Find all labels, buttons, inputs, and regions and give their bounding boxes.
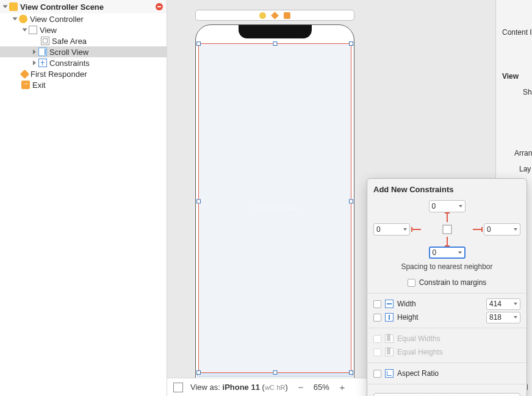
vc-label: View Controller xyxy=(30,15,84,24)
zoom-out-button[interactable]: − xyxy=(295,382,306,393)
zoom-in-button[interactable]: + xyxy=(337,382,348,393)
viewas-label[interactable]: View as: iPhone 11 (wC hR) xyxy=(190,383,288,392)
outline-scene[interactable]: View Controller Scene xyxy=(0,0,167,13)
top-strut[interactable] xyxy=(447,214,448,222)
width-label: Width xyxy=(397,300,416,308)
safearea-icon xyxy=(41,37,49,45)
outline-firstresponder[interactable]: First Responder xyxy=(0,68,167,79)
scene-dock[interactable] xyxy=(195,10,354,21)
height-icon xyxy=(385,313,394,322)
leading-strut[interactable] xyxy=(412,229,421,230)
pin-diagram: 0 0 0 0 xyxy=(373,200,520,259)
equal-heights-label: Equal Heights xyxy=(397,348,443,356)
inspector-show-label: Sh xyxy=(523,88,532,96)
equal-widths-label: Equal Widths xyxy=(397,334,440,343)
chevron-down-icon[interactable] xyxy=(459,205,462,207)
disclosure-icon[interactable] xyxy=(3,5,8,9)
view-label: View xyxy=(40,26,57,35)
equal-heights-row: Equal Heights xyxy=(373,345,520,359)
equal-widths-checkbox xyxy=(373,335,381,343)
pin-center-box xyxy=(442,225,451,234)
firstresponder-dock-icon[interactable] xyxy=(271,12,279,20)
width-checkbox[interactable] xyxy=(373,300,381,308)
disclosure-icon[interactable] xyxy=(13,18,18,21)
viewcontroller-icon xyxy=(19,15,27,23)
error-indicator-icon[interactable] xyxy=(156,3,163,10)
aspect-ratio-checkbox[interactable] xyxy=(373,370,381,378)
chevron-down-icon[interactable] xyxy=(514,303,517,305)
resize-handle[interactable] xyxy=(196,370,201,375)
selected-scrollview[interactable]: UIScrollView xyxy=(198,43,351,373)
resize-handle[interactable] xyxy=(273,370,277,375)
equal-heights-checkbox xyxy=(373,348,381,356)
aspect-ratio-label: Aspect Ratio xyxy=(397,369,439,378)
outline-exit[interactable]: Exit xyxy=(0,79,167,90)
resize-handle[interactable] xyxy=(273,41,277,46)
inspector-layout-label: Lay xyxy=(519,165,531,173)
exit-icon xyxy=(21,81,30,89)
device-config-icon[interactable] xyxy=(173,383,183,392)
outline-scrollview[interactable]: Scroll View xyxy=(0,46,167,57)
device-frame[interactable]: UIScrollView xyxy=(195,24,354,378)
safearea-label: Safe Area xyxy=(52,37,87,46)
aspect-ratio-icon xyxy=(385,369,394,378)
scene-label: View Controller Scene xyxy=(20,2,104,12)
document-outline: View Controller Scene View Controller Vi… xyxy=(0,0,167,396)
height-label: Height xyxy=(397,313,419,322)
chevron-down-icon[interactable] xyxy=(514,228,517,231)
resize-handle[interactable] xyxy=(196,41,201,46)
firstresponder-icon xyxy=(20,69,30,79)
outline-constraints[interactable]: Constraints xyxy=(0,57,167,68)
resize-handle[interactable] xyxy=(196,200,201,204)
scrollview-label: Scroll View xyxy=(49,48,88,57)
outline-viewcontroller[interactable]: View Controller xyxy=(0,13,167,24)
scene-icon xyxy=(9,2,18,11)
spacing-neighbor-label: Spacing to nearest neighbor xyxy=(373,262,520,271)
outline-safearea[interactable]: Safe Area xyxy=(0,35,167,46)
disclosure-icon[interactable] xyxy=(23,29,27,32)
trailing-spacing-input[interactable]: 0 xyxy=(484,223,520,236)
firstresponder-label: First Responder xyxy=(31,70,87,79)
disclosure-icon[interactable] xyxy=(33,49,36,54)
selection-overlay-label: UIScrollView xyxy=(252,204,297,212)
add-constraints-button[interactable]: Add 4 Constraints xyxy=(373,393,520,396)
width-icon xyxy=(385,300,394,308)
equal-widths-row: Equal Widths xyxy=(373,332,520,345)
device-notch xyxy=(239,25,312,38)
resize-handle[interactable] xyxy=(349,200,353,204)
exit-label: Exit xyxy=(32,81,46,90)
height-checkbox[interactable] xyxy=(373,314,381,322)
outline-view[interactable]: View xyxy=(0,24,167,35)
constraints-icon xyxy=(38,59,47,67)
width-row: Width 414 xyxy=(373,297,520,311)
chevron-down-icon[interactable] xyxy=(514,316,517,319)
inspector-arrange-label: Arran xyxy=(514,149,532,157)
height-field[interactable]: 818 xyxy=(486,312,520,323)
top-spacing-input[interactable]: 0 xyxy=(429,200,466,212)
constrain-margins-row[interactable]: Constrain to margins xyxy=(373,276,520,289)
popover-title: Add New Constraints xyxy=(373,185,520,194)
bottom-spacing-input[interactable]: 0 xyxy=(429,247,466,259)
add-constraints-popover: Add New Constraints 0 0 0 0 Spacing to n… xyxy=(367,178,527,396)
chevron-down-icon[interactable] xyxy=(458,251,462,254)
disclosure-icon[interactable] xyxy=(33,60,36,65)
equal-widths-icon xyxy=(385,334,394,343)
leading-spacing-input[interactable]: 0 xyxy=(373,223,410,236)
resize-handle[interactable] xyxy=(349,370,353,375)
constrain-margins-checkbox[interactable] xyxy=(408,279,415,287)
width-field[interactable]: 414 xyxy=(486,298,520,310)
resize-handle[interactable] xyxy=(349,41,353,46)
chevron-down-icon[interactable] xyxy=(403,228,407,231)
bottom-strut[interactable] xyxy=(447,237,448,245)
vc-dock-icon[interactable] xyxy=(259,12,266,19)
inspector-content-insets-label: Content Ins xyxy=(502,28,532,37)
aspect-ratio-row: Aspect Ratio xyxy=(373,367,520,380)
equal-heights-icon xyxy=(385,348,394,356)
zoom-level[interactable]: 65% xyxy=(314,383,329,392)
exit-dock-icon[interactable] xyxy=(284,12,290,19)
inspector-view-header: View xyxy=(502,72,519,81)
scrollview-icon xyxy=(38,48,47,56)
constrain-margins-label: Constrain to margins xyxy=(419,278,487,287)
trailing-strut[interactable] xyxy=(473,229,481,230)
constraints-label: Constraints xyxy=(49,59,90,68)
